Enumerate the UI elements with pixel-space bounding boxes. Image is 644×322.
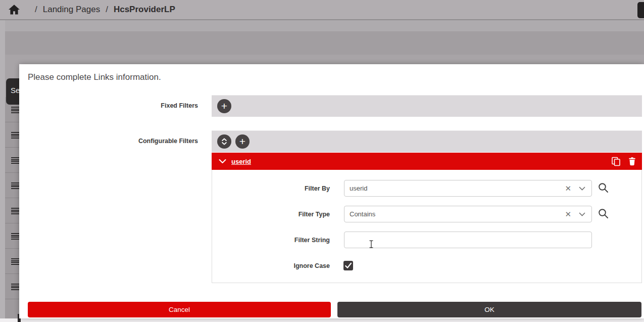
- breadcrumb-separator: /: [106, 5, 108, 15]
- copy-icon[interactable]: [611, 157, 621, 166]
- filter-item-name[interactable]: userid: [231, 158, 251, 165]
- list-item: [5, 122, 19, 148]
- add-configurable-filter-button[interactable]: +: [235, 134, 250, 149]
- chevron-down-icon[interactable]: [579, 187, 585, 191]
- links-information-dialog: Please complete Links information. Fixed…: [19, 64, 644, 318]
- home-icon[interactable]: [8, 4, 20, 15]
- breadcrumb-current-page: HcsProviderLP: [114, 5, 175, 15]
- plus-icon: +: [221, 101, 227, 111]
- plus-icon: +: [239, 136, 245, 147]
- search-icon[interactable]: [598, 208, 609, 219]
- fixed-filters-label: Fixed Filters: [19, 102, 198, 109]
- list-item: [5, 148, 19, 173]
- search-icon[interactable]: [598, 182, 609, 193]
- chevron-down-icon[interactable]: [579, 212, 585, 216]
- list-item: [5, 198, 19, 223]
- background-band: [0, 20, 644, 31]
- configurable-filters-bar: +: [212, 130, 642, 152]
- drag-handle-icon: [11, 233, 19, 240]
- list-item: [5, 223, 19, 249]
- bottom-strip: [0, 318, 644, 322]
- configurable-filters-label: Configurable Filters: [19, 137, 198, 145]
- drag-handle-icon: [11, 284, 19, 290]
- drag-handle-icon: [11, 132, 19, 139]
- cancel-button[interactable]: Cancel: [28, 302, 331, 317]
- filter-string-input[interactable]: [344, 232, 592, 248]
- filter-type-input[interactable]: [344, 206, 565, 222]
- breadcrumb-section[interactable]: Landing Pages: [43, 5, 100, 15]
- chevron-down-icon[interactable]: [219, 159, 226, 164]
- filter-type-combobox: ✕: [344, 206, 592, 222]
- clipboard-icon[interactable]: [637, 2, 644, 18]
- drag-handle-icon: [11, 208, 19, 214]
- sort-arrows-icon: [221, 137, 228, 146]
- list-item: [5, 249, 19, 274]
- ok-button[interactable]: OK: [337, 302, 641, 317]
- background-list: [5, 97, 19, 322]
- clear-icon[interactable]: ✕: [565, 185, 571, 192]
- drag-handle-icon: [11, 182, 19, 189]
- text-cursor: [369, 240, 374, 250]
- section-tooltip-label: Se: [11, 86, 20, 95]
- filter-type-label: Filter Type: [19, 211, 330, 218]
- filter-by-label: Filter By: [19, 185, 330, 192]
- background-left-strip: [0, 20, 5, 322]
- top-navigation-bar: / Landing Pages / HcsProviderLP: [0, 0, 644, 20]
- fixed-filters-bar: +: [212, 95, 642, 117]
- ignore-case-label: Ignore Case: [19, 262, 330, 269]
- filter-string-label: Filter String: [19, 237, 330, 244]
- drag-handle-icon: [11, 107, 19, 113]
- filter-item-header: userid: [212, 153, 642, 170]
- filter-by-combobox: ✕: [344, 180, 592, 197]
- screen: / Landing Pages / HcsProviderLP Se Pleas…: [0, 0, 644, 322]
- drag-handle-icon: [11, 258, 19, 265]
- filter-by-input[interactable]: [344, 180, 565, 196]
- background-band: [0, 31, 644, 55]
- list-item: [5, 173, 19, 198]
- drag-handle-icon: [11, 157, 19, 164]
- breadcrumb-separator: /: [35, 5, 37, 15]
- ignore-case-checkbox[interactable]: [343, 261, 353, 270]
- clear-icon[interactable]: ✕: [565, 210, 571, 218]
- add-fixed-filter-button[interactable]: +: [217, 99, 231, 113]
- trash-icon[interactable]: [628, 157, 636, 166]
- reorder-filters-button[interactable]: [217, 134, 231, 149]
- checkmark-icon: [344, 262, 352, 269]
- dialog-title: Please complete Links information.: [28, 72, 161, 82]
- list-item: [5, 274, 19, 299]
